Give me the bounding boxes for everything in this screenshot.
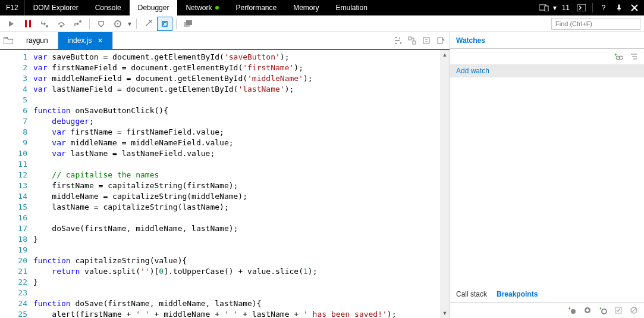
source-map-icon[interactable]	[406, 34, 419, 47]
watch-list-icon[interactable]	[629, 51, 639, 62]
exception-dropdown[interactable]: ▾	[127, 17, 133, 31]
devtools-tab-dom-explorer[interactable]: DOM Explorer	[25, 0, 87, 15]
file-tabs: raygun index.js ×	[0, 32, 450, 50]
watches-tab[interactable]: Watches	[456, 36, 485, 45]
wand-button[interactable]	[140, 17, 156, 31]
network-active-icon	[215, 6, 219, 10]
edit-icon[interactable]	[434, 34, 447, 47]
devtools-tab-memory[interactable]: Memory	[285, 0, 327, 15]
devtools-titlebar: F12 DOM ExplorerConsoleDebuggerNetworkPe…	[0, 0, 644, 15]
devtools-tab-console[interactable]: Console	[87, 0, 130, 15]
responsive-icon[interactable]	[537, 1, 551, 15]
folder-icon[interactable]	[0, 32, 17, 49]
devtools-tab-network[interactable]: Network	[177, 0, 227, 15]
code-view[interactable]: 1234567891011121314151617181920212223242…	[0, 50, 450, 318]
f12-label: F12	[0, 0, 25, 15]
source-text[interactable]: var saveButton = document.getElementById…	[33, 50, 450, 318]
bp-enable-icon[interactable]	[613, 305, 624, 316]
tabs-button[interactable]	[180, 17, 196, 31]
devtools-tabs: DOM ExplorerConsoleDebuggerNetworkPerfor…	[25, 0, 376, 15]
break-new-worker-button[interactable]	[93, 17, 109, 31]
watches-header: Watches	[450, 32, 644, 49]
bp-toggle-icon[interactable]: +	[598, 305, 608, 316]
devtools-tab-emulation[interactable]: Emulation	[328, 0, 376, 15]
step-over-button[interactable]	[54, 17, 69, 31]
scroll-up-icon[interactable]: ▲	[440, 50, 450, 60]
svg-point-5	[46, 25, 48, 27]
dropdown-icon[interactable]: ▾	[552, 1, 557, 15]
svg-point-24	[602, 309, 607, 314]
right-panel: Watches + Add watch Call stack Breakpoin…	[450, 32, 644, 318]
add-watch-icon[interactable]: +	[613, 51, 624, 62]
titlebar-right: ▾ 11 ?	[537, 0, 644, 15]
svg-rect-9	[117, 23, 118, 24]
svg-rect-16	[438, 38, 442, 43]
vertical-scrollbar[interactable]: ▲ ▼	[440, 50, 450, 318]
bp-delete-icon[interactable]	[629, 305, 639, 316]
svg-rect-4	[29, 20, 31, 27]
exception-button[interactable]	[110, 17, 125, 31]
svg-point-6	[60, 25, 62, 27]
error-count: 11	[558, 4, 573, 12]
devtools-tab-performance[interactable]: Performance	[227, 0, 285, 15]
line-gutter: 1234567891011121314151617181920212223242…	[0, 50, 33, 318]
pretty-print-icon[interactable]	[391, 34, 404, 47]
svg-rect-3	[25, 20, 27, 27]
svg-rect-15	[423, 38, 429, 43]
step-into-button[interactable]	[37, 17, 52, 31]
svg-text:+: +	[614, 52, 617, 58]
file-label: index.js	[68, 36, 92, 45]
find-input[interactable]	[551, 18, 640, 30]
breakpoints-tab[interactable]: Breakpoints	[497, 290, 538, 298]
pause-button[interactable]	[20, 17, 36, 31]
file-tab-active[interactable]: index.js ×	[58, 32, 113, 49]
svg-rect-1	[545, 6, 548, 11]
svg-rect-14	[413, 41, 416, 44]
bp-xhr-icon[interactable]	[582, 305, 593, 316]
watches-body	[450, 77, 644, 286]
folder-label: raygun	[26, 36, 48, 45]
console-toggle-icon[interactable]	[574, 1, 589, 15]
help-icon[interactable]: ?	[596, 1, 611, 15]
svg-rect-10	[162, 21, 167, 26]
folder-tab[interactable]: raygun	[17, 32, 58, 49]
devtools-tab-debugger[interactable]: Debugger	[130, 0, 178, 15]
bp-event-icon[interactable]: +	[567, 305, 577, 316]
add-watch-button[interactable]: Add watch	[450, 64, 644, 77]
continue-button[interactable]	[4, 17, 19, 31]
svg-point-21	[571, 309, 576, 314]
svg-rect-13	[409, 37, 411, 40]
close-tab-icon[interactable]: ×	[98, 36, 102, 45]
svg-text:+: +	[568, 306, 571, 311]
word-wrap-button[interactable]	[157, 17, 172, 31]
callstack-tab[interactable]: Call stack	[456, 290, 487, 298]
close-icon[interactable]	[627, 1, 642, 15]
debugger-toolbar: ▾	[0, 15, 644, 32]
editor-panel: raygun index.js × 1234567891011121314151…	[0, 32, 450, 318]
unpin-icon[interactable]	[612, 1, 626, 15]
step-out-button[interactable]	[70, 17, 86, 31]
svg-point-7	[79, 20, 81, 23]
callstack-header: Call stack Breakpoints	[450, 286, 644, 303]
scroll-down-icon[interactable]: ▼	[440, 308, 450, 318]
svg-rect-12	[186, 20, 192, 25]
just-my-code-icon[interactable]	[420, 34, 433, 47]
